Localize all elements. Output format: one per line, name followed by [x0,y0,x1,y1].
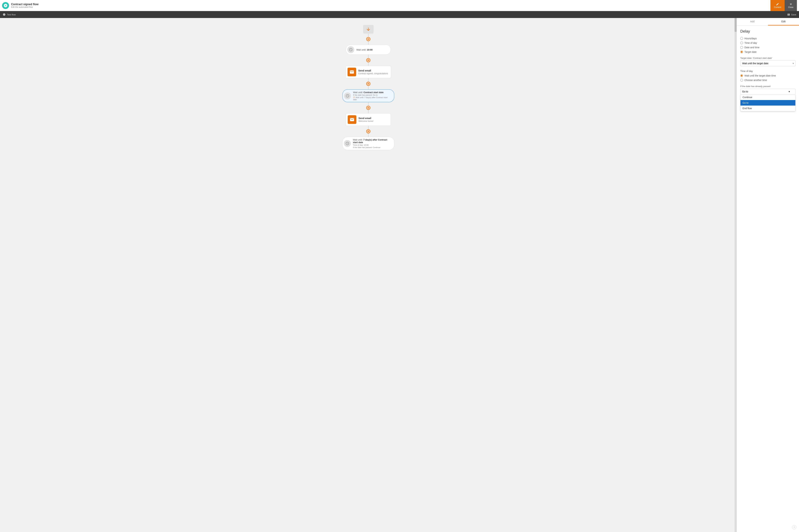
radio-date-and-time-label: Date and time [744,46,760,49]
radio-hours-days[interactable]: Hours/days [740,37,796,40]
if-passed-label: If the date has already passed [740,85,796,88]
target-date-select-wrapper: Wait until the target date ▾ [740,60,796,66]
flow-container: + Wait until: 10:00 + [334,21,403,529]
radio-choose-another[interactable]: Choose another time [740,79,796,81]
flow-connector-10 [368,133,368,137]
app-title: Contract signed flow [11,3,38,6]
flow-connector-4 [368,62,368,66]
wait-node-3-text: Wait until: 7 day(s) after Contract star… [353,138,392,149]
toolbar-left: Test flow [3,13,16,16]
email-node-2-text: Send email Welcome home! [359,117,388,122]
clock-icon-1 [347,46,354,53]
panel-title: Delay [740,29,796,34]
clock-icon-2 [344,92,351,99]
flow-connector-3 [368,55,368,58]
wait-node-3-sub2: If the date has passed: Continue [353,147,392,149]
wait-node-3-sub1: Time of day: 10:00 [353,144,392,146]
if-passed-dropdown-container: Go to ▾ Continue Go to End flow [740,89,796,95]
email-node-2-subtitle: Welcome home! [359,120,388,122]
panel-tabs: Add Edit [737,18,799,25]
time-of-day-section-title: Time of day [740,70,796,73]
radio-target-date[interactable]: Target date [740,51,796,53]
info-icon[interactable]: i [792,525,796,529]
right-panel: Add Edit Delay Hours/days Time of day Da… [737,18,799,532]
panel-content: Delay Hours/days Time of day Date and ti… [737,25,799,522]
content-button[interactable]: Content [770,0,785,11]
radio-choose-another-label: Choose another time [744,79,767,81]
wait-node-2[interactable]: Wait until: Contract start date If the d… [342,89,394,102]
add-step-4[interactable]: + [366,106,370,110]
scroll-thumb[interactable] [734,18,737,32]
dropdown-current-value: Go to [742,90,748,93]
add-step-1[interactable]: + [366,37,370,41]
save-area[interactable]: Save [787,13,796,16]
flow-connector-9 [368,126,368,129]
radio-hours-days-label: Hours/days [744,37,757,40]
email-icon-2 [348,115,356,124]
wait-node-2-sub2: ⏱ Wait until: 7 day(s) after Contract st… [353,96,391,100]
wait-node-1-text: Wait until: 10:00 [356,49,388,51]
target-date-field-label: Target date: 'Contract start date' [740,57,796,59]
email-node-1-title: Send email [358,69,388,72]
test-flow-label[interactable]: Test flow [7,13,16,16]
radio-target-date-label: Target date [744,51,757,53]
main-layout: + Wait until: 10:00 + [0,18,799,532]
toolbar: Test flow Save [0,11,799,18]
dropdown-option-goto[interactable]: Go to [741,100,795,106]
target-date-select[interactable]: Wait until the target date [740,60,796,66]
app-header: Contract signed flow Edit the automated … [0,0,799,11]
radio-date-and-time[interactable]: Date and time [740,46,796,49]
header-left: Contract signed flow Edit the automated … [2,2,38,9]
email-node-1[interactable]: Send email Contract signed, congratulati… [346,66,391,78]
header-actions: Content Close [770,0,797,11]
flow-connector-1 [368,34,368,37]
dropdown-option-continue[interactable]: Continue [741,95,795,100]
email-node-1-subtitle: Contract signed, congratulations [358,72,388,75]
delay-type-group: Hours/days Time of day Date and time Tar… [740,37,796,53]
wait-node-2-title: Wait until: Contract start date [353,91,391,94]
email-node-2[interactable]: Send email Welcome home! [346,113,391,126]
wait-node-2-sub1: If the date has passed: Go to [353,94,391,96]
header-title-group: Contract signed flow Edit the automated … [11,3,38,8]
time-of-day-group: Wait until the target date time Choose a… [740,74,796,81]
app-logo [2,2,9,9]
tab-add[interactable]: Add [737,18,768,25]
flow-start-node [363,25,374,34]
dropdown-option-end-flow[interactable]: End flow [741,106,795,111]
wait-node-3[interactable]: Wait until: 7 day(s) after Contract star… [342,137,394,150]
save-label: Save [791,13,796,16]
radio-wait-target-time-label: Wait until the target date time [744,74,776,77]
email-node-1-text: Send email Contract signed, congratulati… [358,69,388,75]
flow-connector-6 [368,86,368,89]
if-passed-dropdown-trigger[interactable]: Go to ▾ [740,89,796,95]
add-step-5[interactable]: + [366,129,370,133]
flow-connector-5 [368,78,368,82]
wait-node-1[interactable]: Wait until: 10:00 [346,45,391,55]
flow-connector-2 [368,41,368,45]
close-button[interactable]: Close [785,0,797,11]
email-icon-1 [347,68,356,76]
flow-connector-8 [368,110,368,113]
flow-canvas[interactable]: + Wait until: 10:00 + [0,18,737,532]
dropdown-arrow-icon: ▾ [788,90,790,93]
clock-icon-3 [344,140,351,147]
radio-wait-target-time[interactable]: Wait until the target date time [740,74,796,77]
radio-time-of-day-label: Time of day [744,41,757,44]
wait-node-3-title: Wait until: 7 day(s) after Contract star… [353,138,392,144]
app-subtitle: Edit the automated flow [11,6,38,8]
wait-node-1-title: Wait until: 10:00 [356,49,388,51]
flow-connector-7 [368,102,368,106]
tab-edit[interactable]: Edit [768,18,799,25]
panel-footer: i [737,522,799,532]
wait-node-2-text: Wait until: Contract start date If the d… [353,91,391,100]
add-step-2[interactable]: + [366,58,370,62]
add-step-3[interactable]: + [366,82,370,86]
dropdown-menu: Continue Go to End flow [740,95,796,111]
email-node-2-title: Send email [359,117,388,119]
scroll-track[interactable] [734,18,737,532]
radio-time-of-day[interactable]: Time of day [740,41,796,44]
